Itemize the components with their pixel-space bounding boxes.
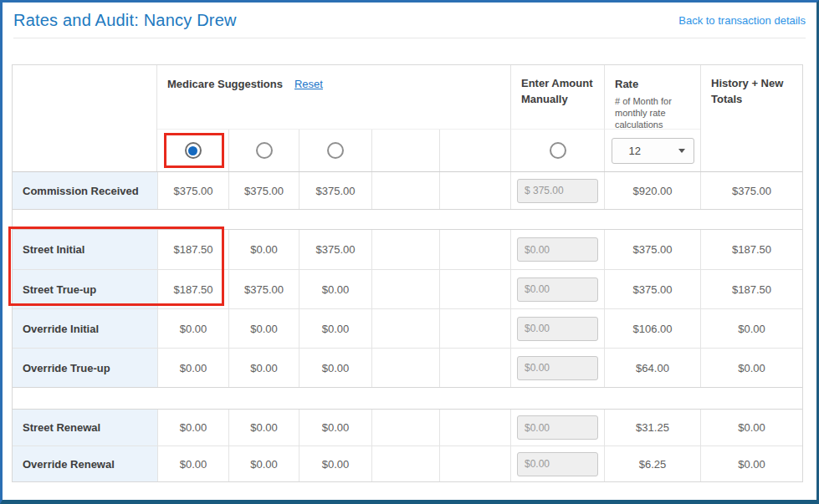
months-select[interactable]: 12 [612,138,694,164]
medicare-option-3-cell [299,130,371,171]
row-label-cell: Override Initial [13,309,157,348]
row-label-cell: Override Renewal [13,446,157,481]
suggestion-empty-4 [371,172,439,209]
rate-value: $375.00 [604,270,700,308]
table-row: Override True-up $0.00 $0.00 $0.00 $64.0… [13,348,802,387]
manual-amount-cell [510,446,604,481]
months-select-value: 12 [629,145,641,157]
row-label: Override True-up [23,362,110,374]
manual-amount-cell [510,230,604,269]
total-value: $375.00 [700,172,802,209]
medicare-option-5-cell [439,130,510,171]
table-row: Commission Received $375.00 $375.00 $375… [13,172,802,209]
rate-value: $106.00 [604,309,700,348]
medicare-option-4-cell [371,130,439,171]
row-label: Street True-up [23,283,96,296]
header-label-cell [13,65,157,171]
manual-amount-cell [510,172,604,209]
suggestion-empty-4 [371,270,439,308]
suggestion-value-1: $0.00 [157,410,228,445]
table-row: Override Initial $0.00 $0.00 $0.00 $106.… [13,308,802,348]
suggestion-value-1: $0.00 [157,446,228,481]
suggestion-value-2: $0.00 [228,230,299,269]
row-label: Override Initial [23,323,99,335]
medicare-radio-3[interactable] [327,142,344,159]
total-value: $0.00 [700,410,802,445]
suggestion-value-2: $0.00 [228,410,299,445]
rate-value: $920.00 [604,172,700,209]
section-commission: Commission Received $375.00 $375.00 $375… [13,172,802,210]
suggestion-empty-4 [371,349,439,387]
manual-amount-cell [510,349,604,387]
row-label-cell: Street Initial [13,230,157,269]
medicare-radio-1[interactable] [185,142,202,159]
manual-amount-input[interactable] [517,317,598,341]
manual-amount-input[interactable] [517,415,598,440]
manual-amount-input[interactable] [517,356,598,380]
section-gap [13,388,802,409]
suggestion-value-2: $0.00 [228,309,299,348]
suggestion-value-1: $187.50 [157,230,228,269]
suggestion-empty-5 [439,446,510,481]
rate-value: $375.00 [604,230,700,269]
suggestion-empty-5 [439,349,510,387]
medicare-option-1-cell [157,130,228,171]
suggestion-value-3: $375.00 [299,172,371,209]
suggestion-value-2: $375.00 [228,172,299,209]
section-gap [13,210,802,229]
months-cell: 12 [604,130,700,171]
total-value: $0.00 [700,309,802,348]
header-enter-amount: Enter Amount Manually [510,65,604,130]
medicare-suggestions-title: Medicare Suggestions [167,78,283,90]
chevron-down-icon [678,149,685,153]
table-row: Street True-up $187.50 $375.00 $0.00 $37… [13,269,802,308]
section-initial-trueup: Street Initial $187.50 $0.00 $375.00 $37… [13,229,802,388]
row-label: Street Initial [23,243,84,256]
page-title: Rates and Audit: Nancy Drew [13,11,237,30]
table-row: Override Renewal $0.00 $0.00 $0.00 $6.25… [13,445,802,481]
table-row: Street Renewal $0.00 $0.00 $0.00 $31.25 … [13,410,802,445]
medicare-option-2-cell [228,130,299,171]
manual-amount-input[interactable] [517,277,598,302]
suggestion-empty-5 [439,410,510,445]
total-value: $187.50 [700,270,802,308]
suggestion-value-3: $0.00 [299,446,371,481]
manual-amount-input[interactable] [517,179,598,203]
suggestion-empty-5 [439,230,510,269]
header-medicare-suggestions: Medicare SuggestionsReset [157,65,510,130]
suggestion-value-1: $0.00 [157,309,228,348]
rate-value: $64.00 [604,349,700,387]
suggestion-value-1: $375.00 [157,172,228,209]
table-row: Street Initial $187.50 $0.00 $375.00 $37… [13,230,802,269]
manual-amount-cell [510,309,604,348]
enter-amount-title: Enter Amount Manually [521,76,596,108]
suggestion-value-1: $187.50 [157,270,228,308]
back-to-transaction-details-link[interactable]: Back to transaction details [678,14,806,27]
rate-value: $31.25 [604,410,700,445]
reset-link[interactable]: Reset [294,78,323,90]
suggestion-empty-4 [371,309,439,348]
row-label: Commission Received [23,185,139,197]
suggestion-value-3: $0.00 [299,349,371,387]
suggestion-value-3: $0.00 [299,270,371,308]
suggestion-empty-5 [439,309,510,348]
suggestion-value-2: $375.00 [228,270,299,308]
suggestion-value-1: $0.00 [157,349,228,387]
manual-radio[interactable] [550,142,566,159]
rate-subtitle: # of Month for monthly rate calculations [615,95,683,131]
history-totals-title: History + New Totals [711,76,791,108]
rates-table: Medicare SuggestionsReset Enter Amount M… [12,64,803,482]
page-header: Rates and Audit: Nancy Drew Back to tran… [13,3,806,38]
manual-amount-cell [510,270,604,308]
manual-amount-input[interactable] [517,452,598,476]
suggestion-empty-4 [371,446,439,481]
suggestion-empty-5 [439,270,510,308]
row-label: Street Renewal [23,421,100,434]
rate-title: Rate [615,78,638,90]
suggestion-empty-5 [439,172,510,209]
row-label-cell: Commission Received [13,172,157,209]
row-label-cell: Override True-up [13,349,157,387]
manual-amount-input[interactable] [517,237,598,262]
suggestion-value-3: $0.00 [299,309,371,348]
medicare-radio-2[interactable] [256,142,273,159]
